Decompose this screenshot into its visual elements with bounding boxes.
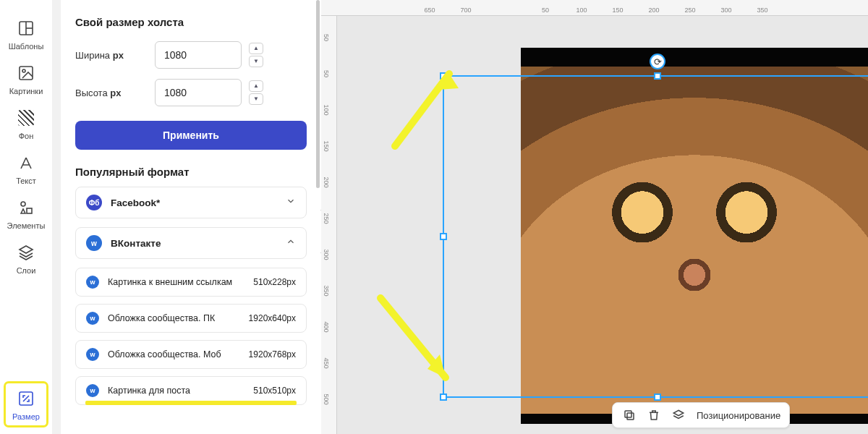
svg-rect-6 <box>27 208 32 213</box>
annotation-highlight <box>85 401 297 405</box>
preset-dim: 1920x768px <box>249 349 296 359</box>
width-up[interactable]: ▲ <box>249 43 263 54</box>
preset-label: Картинка для поста <box>108 385 253 397</box>
accordion-label: ВКонтакте <box>111 238 286 249</box>
resize-handle-ml[interactable] <box>440 233 447 240</box>
chevron-down-icon <box>286 196 296 209</box>
text-icon <box>17 153 35 172</box>
preset-cover-mobile[interactable]: w Обложка сообщества. Моб 1920x768px <box>75 340 307 369</box>
rail-text[interactable]: Текст <box>4 146 48 191</box>
rail-layers[interactable]: Слои <box>4 236 48 281</box>
rail-background[interactable]: Фон <box>4 101 48 146</box>
facebook-badge-icon: Фб <box>86 195 102 210</box>
accordion-label: Facebook* <box>111 197 286 208</box>
rail-label: Элементы <box>7 221 46 230</box>
svg-rect-17 <box>627 413 634 420</box>
tool-rail: Шаблоны Картинки Фон Текст Элементы <box>0 0 52 434</box>
accordion-facebook[interactable]: Фб Facebook* <box>75 187 307 218</box>
preset-dim: 1920x640px <box>249 313 296 323</box>
preset-external-link-image[interactable]: w Картинка к внешним ссылкам 510x228px <box>75 268 307 297</box>
preset-dim: 510x228px <box>253 277 296 287</box>
rail-gutter <box>52 0 61 434</box>
vk-icon: w <box>86 312 99 325</box>
popular-title: Популярный формат <box>75 166 307 178</box>
accordion-vkontakte[interactable]: w ВКонтакте <box>75 227 307 259</box>
rail-elements[interactable]: Элементы <box>4 191 48 236</box>
width-down[interactable]: ▼ <box>249 56 263 67</box>
svg-point-5 <box>21 202 25 206</box>
width-row: Ширина px ▲ ▼ <box>75 41 307 69</box>
vk-icon: w <box>86 276 99 289</box>
resize-handle-mt[interactable] <box>654 72 661 80</box>
rotate-handle[interactable]: ⟳ <box>650 54 665 69</box>
selection-toolbar: Позиционирование <box>612 402 790 428</box>
rail-label: Текст <box>16 176 36 185</box>
height-up[interactable]: ▲ <box>249 80 263 92</box>
width-input[interactable] <box>155 41 242 69</box>
resize-handle-bl[interactable] <box>440 393 447 401</box>
positioning-button[interactable]: Позиционирование <box>697 410 780 421</box>
preset-dim: 510x510px <box>253 386 296 396</box>
chevron-up-icon <box>286 237 296 250</box>
apply-button[interactable]: Применить <box>75 121 307 150</box>
image-icon <box>17 64 35 82</box>
panel-scrollbar[interactable] <box>316 0 320 188</box>
rail-size[interactable]: Размер <box>4 382 48 427</box>
resize-handle-mb[interactable] <box>654 393 661 401</box>
width-spinner: ▲ ▼ <box>249 43 263 67</box>
horizontal-ruler: 650 700 50 100 150 200 250 300 350 <box>321 0 868 16</box>
selection-box[interactable]: ⟳ <box>443 75 868 398</box>
svg-line-15 <box>380 298 446 378</box>
duplicate-icon[interactable] <box>621 407 637 423</box>
canvas-area: 650 700 50 100 150 200 250 300 350 50 50… <box>321 0 868 434</box>
preset-cover-desktop[interactable]: w Обложка сообщества. ПК 1920x640px <box>75 304 307 333</box>
height-down[interactable]: ▼ <box>249 93 263 105</box>
custom-size-title: Свой размер холста <box>75 16 307 28</box>
layers-icon[interactable] <box>671 407 686 423</box>
width-label: Ширина px <box>75 50 155 61</box>
vk-icon: w <box>86 348 99 361</box>
svg-line-13 <box>395 74 449 146</box>
vk-badge-icon: w <box>86 235 102 251</box>
rail-label: Слои <box>17 266 36 275</box>
layers-icon <box>17 243 35 262</box>
rail-label: Шаблоны <box>9 42 44 51</box>
vertical-ruler: 50 50 100 150 200 250 300 350 400 450 50… <box>321 16 337 434</box>
templates-icon <box>17 19 35 38</box>
height-row: Высота px ▲ ▼ <box>75 79 307 106</box>
canvas-stage[interactable]: ⟳ <box>337 16 868 434</box>
preset-label: Обложка сообщества. ПК <box>108 312 249 325</box>
size-panel: Свой размер холста Ширина px ▲ ▼ Высота … <box>61 0 321 434</box>
resize-icon <box>17 389 35 408</box>
resize-handle-tl[interactable] <box>440 72 447 80</box>
vk-icon: w <box>86 384 99 397</box>
svg-rect-18 <box>625 411 631 417</box>
rail-images[interactable]: Картинки <box>4 56 48 101</box>
preset-label: Обложка сообщества. Моб <box>108 349 249 361</box>
height-input[interactable] <box>155 79 242 106</box>
rail-label: Фон <box>19 132 34 140</box>
rail-label: Размер <box>12 412 40 421</box>
rail-templates[interactable]: Шаблоны <box>4 12 48 56</box>
rail-label: Картинки <box>9 87 43 95</box>
preset-label: Картинка к внешним ссылкам <box>108 276 253 289</box>
svg-rect-3 <box>20 67 33 80</box>
height-label: Высота px <box>75 88 155 98</box>
delete-icon[interactable] <box>646 407 662 423</box>
shapes-icon <box>17 198 35 217</box>
svg-point-4 <box>22 69 25 72</box>
height-spinner: ▲ ▼ <box>249 80 263 105</box>
hatch-icon <box>17 109 35 127</box>
